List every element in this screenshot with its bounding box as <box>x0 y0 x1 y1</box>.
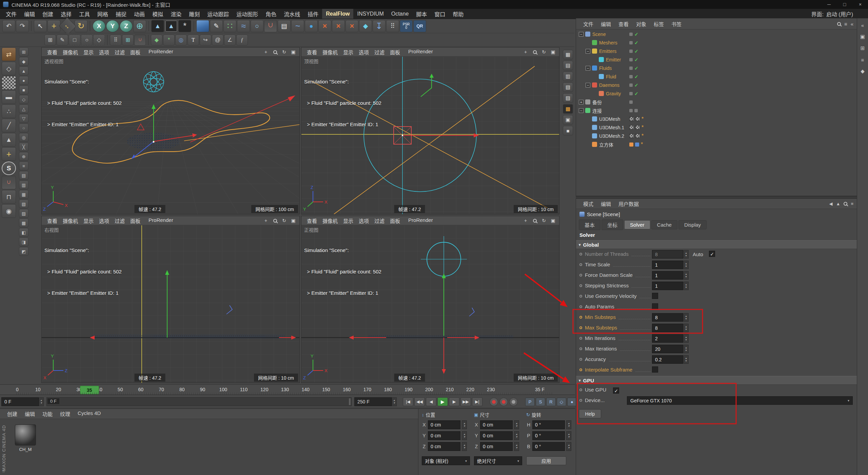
orbit-view-icon[interactable]: ↻ <box>281 49 288 55</box>
snap-toggle-icon[interactable]: ∩ <box>2 176 16 189</box>
object-item-scene[interactable]: −Scene✓ <box>576 30 857 38</box>
environment-icon[interactable]: ○ <box>251 20 263 32</box>
auto-checkbox[interactable]: ✓ <box>709 251 715 257</box>
lasso-select-icon[interactable]: ○ <box>81 35 93 45</box>
check-tag-icon[interactable]: ✓ <box>634 57 638 62</box>
dot-tag-icon[interactable] <box>629 75 633 78</box>
menubar-item-模拟[interactable]: 模拟 <box>149 9 167 19</box>
text-tool-icon[interactable]: T <box>188 35 199 45</box>
spinner[interactable]: ▴▾ <box>462 420 467 429</box>
dot-tag-icon[interactable] <box>629 100 633 104</box>
modeling-palette-icon[interactable]: ▲ <box>19 66 28 75</box>
viewport-menu-查看[interactable]: 查看 <box>304 49 320 56</box>
menubar-item-捕捉[interactable]: 捕捉 <box>112 9 130 19</box>
collapse-panel-icon[interactable]: « <box>859 21 867 29</box>
size-z-input[interactable]: 0 cm <box>480 442 513 451</box>
menubar-item-角色[interactable]: 角色 <box>262 9 280 19</box>
ruler-tick-60[interactable]: 60 <box>138 387 144 392</box>
spline-pen-icon[interactable]: ✎ <box>210 20 223 32</box>
zoom-view-icon[interactable] <box>272 49 278 55</box>
menubar-item-insydium[interactable]: INSYDIUM <box>353 9 387 19</box>
material-menu-item-功能[interactable]: 功能 <box>39 410 56 417</box>
deformer-icon[interactable]: ≈ <box>237 20 250 32</box>
viewport-menu-摄像机[interactable]: 摄像机 <box>60 49 81 56</box>
viewport-menu-查看[interactable]: 查看 <box>304 217 320 224</box>
menubar-item-文件[interactable]: 文件 <box>2 9 20 19</box>
maximize-view-icon[interactable]: ▣ <box>550 217 556 224</box>
viewport-menu-选项[interactable]: 选项 <box>356 217 372 224</box>
rotate-tool-icon[interactable]: ↻ <box>75 20 87 32</box>
prev-frame-button[interactable]: ◀ <box>426 397 436 406</box>
viewport-header-icons[interactable]: +↻▣ <box>522 49 556 55</box>
spinner[interactable]: ▴▾ <box>566 442 571 451</box>
range-start-chip[interactable]: 0 F <box>47 398 59 404</box>
object-toggles[interactable]: * <box>629 116 644 122</box>
next-frame-button[interactable]: ▶ <box>449 397 459 406</box>
spiral-icon[interactable]: @ <box>212 35 223 45</box>
checker-tag-icon[interactable] <box>635 134 640 138</box>
spinner[interactable]: ▴▾ <box>684 355 689 364</box>
y-axis-arrow[interactable] <box>165 270 169 338</box>
xparticles-icon[interactable]: ◆ <box>359 20 372 32</box>
object-toggles[interactable]: * <box>629 133 644 139</box>
size-mode-dropdown[interactable]: 绝对尺寸▾ <box>474 456 522 465</box>
menubar-item-帮助[interactable]: 帮助 <box>449 9 467 19</box>
object-toggles[interactable]: ✓ <box>629 32 638 37</box>
modeling-palette-icon[interactable]: ◩ <box>19 247 28 256</box>
object-item-meshers[interactable]: Meshers✓ <box>576 38 857 47</box>
modeling-palette-icon[interactable]: ◆ <box>19 57 28 66</box>
spinner[interactable]: ▴▾ <box>462 431 467 440</box>
top-viewport[interactable]: 查看摄像机显示选项过滤面板ProRender +↻▣ <box>301 47 559 214</box>
object-item-u3dmesh[interactable]: U3DMesh* <box>576 115 857 123</box>
tab-solver[interactable]: Solver <box>624 220 650 229</box>
tab-cache[interactable]: Cache <box>651 220 677 229</box>
start-frame-spinner[interactable]: ▴▾ <box>39 397 44 406</box>
menubar-item-创建[interactable]: 创建 <box>39 9 57 19</box>
viewport-menu[interactable]: 查看摄像机显示选项过滤面板ProRender <box>304 49 436 56</box>
layout-preset-icon[interactable]: ▧ <box>563 82 573 92</box>
object-item-fluid[interactable]: Fluid✓ <box>576 72 857 81</box>
dock-panel-icon[interactable]: « <box>851 21 853 27</box>
object-toggles[interactable]: ✓ <box>629 49 638 54</box>
modeling-palette-icon[interactable]: ● <box>19 76 28 85</box>
checker-tag-icon[interactable] <box>629 125 634 130</box>
structure-panel-icon[interactable]: ≡ <box>859 56 867 64</box>
object-item-连接[interactable]: −连接 <box>576 106 857 115</box>
end-frame-spinner[interactable]: ▴▾ <box>392 397 397 406</box>
pan-view-icon[interactable]: + <box>262 217 269 224</box>
menubar-item-运动跟踪[interactable]: 运动跟踪 <box>203 9 233 19</box>
material-name[interactable]: CH_M <box>12 447 39 452</box>
ruler-tick-110[interactable]: 110 <box>240 387 248 392</box>
angle-icon[interactable]: ∠ <box>224 35 236 45</box>
check-tag-icon[interactable]: ✓ <box>634 65 638 71</box>
right-canvas[interactable]: Y Z X 右视图 Simulation "Scene": > Fluid "F… <box>42 225 299 383</box>
points-mode-icon[interactable]: ∴ <box>2 104 16 118</box>
ruler-tick-120[interactable]: 120 <box>260 387 268 392</box>
param-input-max-substeps[interactable]: 8 <box>652 324 683 332</box>
dot-grid-icon[interactable]: ⠿ <box>110 35 121 45</box>
ruler-tick-20[interactable]: 20 <box>56 387 61 392</box>
layout-preset-icon[interactable]: ▤ <box>563 61 573 70</box>
end-frame-input[interactable]: 250 F <box>354 397 392 406</box>
viewport-menu-选项[interactable]: 选项 <box>356 49 372 56</box>
down-axis-arrow[interactable] <box>442 338 446 374</box>
rotation-h-input[interactable]: 0 ° <box>532 420 565 429</box>
viewport-menu-选项[interactable]: 选项 <box>96 217 112 224</box>
viewport-menu-面板[interactable]: 面板 <box>127 217 143 224</box>
object-tree[interactable]: −Scene✓Meshers✓−Emitters✓Emitter✓−Fluids… <box>576 30 857 196</box>
redo-icon[interactable]: ↷ <box>16 20 29 32</box>
viewport-header-icons[interactable]: +↻▣ <box>262 217 297 224</box>
mograph-icon[interactable]: ∷ <box>223 20 236 32</box>
perspective-viewport[interactable]: 查看摄像机显示选项过滤面板ProRender +↻▣ <box>41 47 300 214</box>
search-icon[interactable] <box>837 22 841 26</box>
modeling-palette-icon[interactable]: ▤ <box>19 171 28 180</box>
menubar-item-工具[interactable]: 工具 <box>75 9 94 19</box>
play-button[interactable]: ▶ <box>437 397 448 406</box>
dot-tag-icon[interactable] <box>629 109 633 112</box>
object-toggles[interactable]: ✓ <box>629 65 638 71</box>
menubar-item-雕刻[interactable]: 雕刻 <box>185 9 203 19</box>
checker-tag-icon[interactable] <box>629 117 634 121</box>
grid-snap-icon[interactable]: ⊞ <box>122 35 134 45</box>
size-y-input[interactable]: 0 cm <box>480 431 513 440</box>
viewport-menu-面板[interactable]: 面板 <box>387 217 403 224</box>
